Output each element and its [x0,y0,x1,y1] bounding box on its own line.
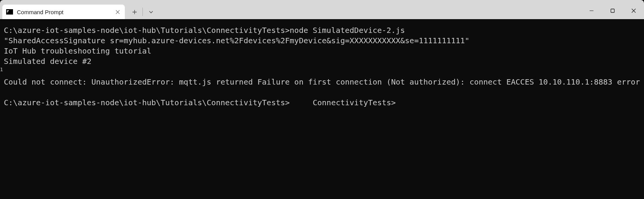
tab-actions [125,5,158,19]
terminal-line: C:\azure-iot-samples-node\iot-hub\Tutori… [4,25,640,36]
terminal-line: Simulated device #2 [4,56,640,67]
page-indicator: 1 [0,64,3,75]
terminal-line: Could not connect: UnauthorizedError: mq… [4,77,640,87]
tab-command-prompt[interactable]: Command Prompt [2,5,125,19]
terminal-line [4,87,640,98]
terminal-body[interactable]: 1 C:\azure-iot-samples-node\iot-hub\Tuto… [0,19,644,199]
terminal-line: "SharedAccessSignature sr=myhub.azure-de… [4,36,640,46]
maximize-button[interactable] [602,2,623,19]
terminal-line: IoT Hub troubleshooting tutorial [4,46,640,56]
close-icon [116,10,120,14]
close-icon [631,8,636,13]
title-bar: Command Prompt [0,0,644,19]
tab-title: Command Prompt [17,9,110,15]
tab-divider [142,8,143,16]
plus-icon [132,10,137,15]
terminal-line [4,67,640,77]
tab-close-button[interactable] [114,8,121,15]
maximize-icon [610,8,615,13]
chevron-down-icon [149,10,154,15]
svg-rect-0 [611,9,614,13]
tab-strip: Command Prompt [0,2,158,19]
minimize-button[interactable] [581,2,602,19]
cmd-icon [6,9,13,15]
close-window-button[interactable] [623,2,644,19]
tab-dropdown-button[interactable] [144,5,158,19]
window-controls [581,2,644,19]
terminal-line: C:\azure-iot-samples-node\iot-hub\Tutori… [4,98,640,108]
new-tab-button[interactable] [127,5,142,19]
minimize-icon [589,8,594,13]
